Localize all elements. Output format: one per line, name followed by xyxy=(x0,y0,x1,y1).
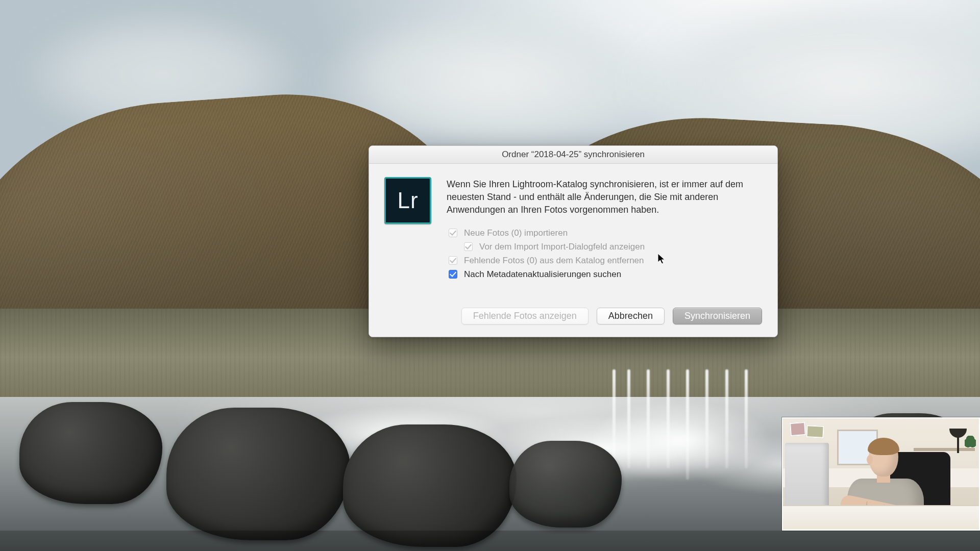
presenter-webcam-pip xyxy=(782,417,980,531)
label-scan-metadata: Nach Metadatenaktualisierungen suchen xyxy=(464,269,621,280)
rock xyxy=(166,408,350,540)
label-remove-missing: Fehlende Fotos (0) aus dem Katalog entfe… xyxy=(464,256,644,266)
plant-icon xyxy=(965,436,976,449)
checkbox-show-import-dialog[interactable] xyxy=(464,242,473,251)
dialog-title: Ordner “2018-04-25” synchronisieren xyxy=(502,149,645,160)
desk-lamp-icon xyxy=(944,429,967,451)
imac-monitor xyxy=(785,443,829,514)
dialog-description: Wenn Sie Ihren Lightroom-Katalog synchro… xyxy=(447,178,762,216)
presenter-room xyxy=(783,418,979,530)
show-missing-photos-button[interactable]: Fehlende Fotos anzeigen xyxy=(461,308,589,324)
dialog-titlebar[interactable]: Ordner “2018-04-25” synchronisieren xyxy=(369,146,777,164)
video-bottom-overlay xyxy=(0,531,980,551)
checkbox-remove-missing[interactable] xyxy=(449,256,457,265)
desk-surface xyxy=(783,505,979,530)
checkbox-import-new-photos[interactable] xyxy=(449,229,457,237)
wall-photo-icon xyxy=(806,425,824,438)
synchronize-button[interactable]: Synchronisieren xyxy=(673,308,762,324)
checkbox-scan-metadata[interactable] xyxy=(449,270,457,279)
option-scan-metadata: Nach Metadatenaktualisierungen suchen xyxy=(447,268,762,280)
rock xyxy=(343,424,517,547)
wall-photo-icon xyxy=(790,422,806,436)
option-remove-missing: Fehlende Fotos (0) aus dem Katalog entfe… xyxy=(447,255,762,266)
dialog-button-row: Fehlende Fotos anzeigen Abbrechen Synchr… xyxy=(384,308,762,324)
option-show-import-dialog: Vor dem Import Import-Dialogfeld anzeige… xyxy=(462,241,762,253)
lightroom-app-icon: Lr xyxy=(384,177,431,224)
sync-folder-dialog: Ordner “2018-04-25” synchronisieren Lr W… xyxy=(369,145,778,337)
label-show-import-dialog: Vor dem Import Import-Dialogfeld anzeige… xyxy=(479,242,645,252)
rock xyxy=(509,441,622,528)
lightroom-app-icon-text: Lr xyxy=(397,188,418,213)
label-import-new-photos: Neue Fotos (0) importieren xyxy=(464,228,568,238)
option-import-new-photos: Neue Fotos (0) importieren xyxy=(447,227,762,239)
dialog-content: Wenn Sie Ihren Lightroom-Katalog synchro… xyxy=(447,177,762,282)
rock xyxy=(19,402,162,504)
cancel-button[interactable]: Abbrechen xyxy=(597,308,665,324)
dialog-options: Neue Fotos (0) importieren Vor dem Impor… xyxy=(447,227,762,280)
